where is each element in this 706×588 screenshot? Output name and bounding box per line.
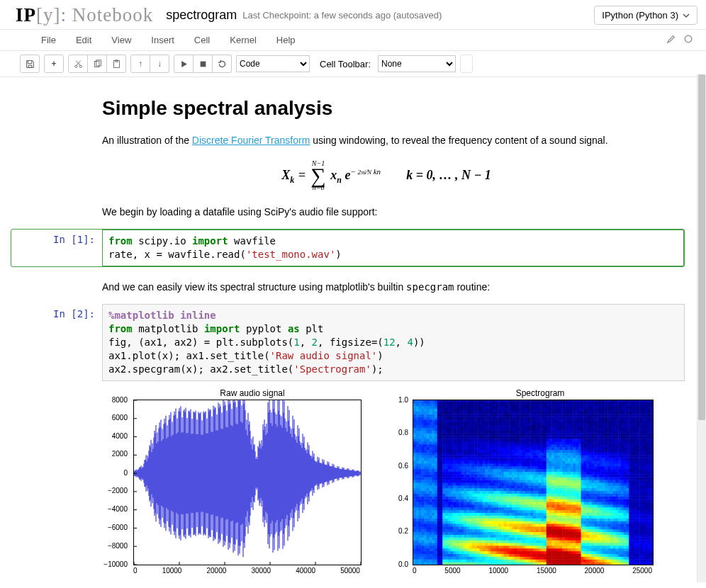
svg-rect-376 [413,474,416,477]
paste-button[interactable] [107,55,126,73]
svg-rect-4292 [586,430,589,433]
notebook-title[interactable]: spectrogram [166,8,237,23]
kernel-selector[interactable]: IPython (Python 3) [594,6,697,25]
svg-rect-3308 [544,496,547,499]
svg-rect-3848 [568,496,571,499]
svg-rect-5255 [629,422,632,425]
svg-rect-5627 [647,553,650,556]
move-down-button[interactable]: ↓ [150,55,169,73]
svg-rect-4647 [603,444,605,447]
svg-rect-5215 [629,531,632,534]
svg-rect-3276 [541,419,544,422]
svg-rect-2595 [512,477,515,480]
svg-rect-1956 [483,419,486,422]
svg-rect-949 [440,548,443,551]
svg-rect-3629 [557,439,560,441]
svg-rect-1939 [483,466,486,469]
svg-rect-4862 [613,512,616,515]
svg-rect-3176 [539,528,542,531]
svg-rect-3144 [536,452,539,455]
svg-rect-5720 [650,463,653,466]
svg-rect-1874 [480,480,483,482]
vertical-scrollbar[interactable] [697,74,706,582]
svg-rect-4243 [583,400,586,403]
svg-rect-673 [427,482,430,485]
svg-rect-4256 [586,528,589,531]
svg-rect-3444 [549,452,552,455]
markdown-cell-1[interactable]: Simple spectral analysis An illustration… [102,94,671,219]
svg-rect-2383 [501,400,504,403]
svg-rect-3204 [539,452,542,455]
run-button[interactable] [174,55,194,73]
svg-rect-4814 [610,480,613,482]
markdown-cell-2[interactable]: And we can easily view its spectral stru… [102,280,671,294]
svg-rect-3717 [562,526,565,529]
menu-file[interactable]: File [41,35,56,45]
svg-rect-5732 [650,430,653,433]
svg-rect-371 [413,487,416,490]
svg-rect-820 [432,408,435,411]
menu-help[interactable]: Help [276,35,296,45]
code-area-2[interactable]: %matplotlib inline from matplotlib impor… [102,304,685,380]
svg-rect-2270 [498,545,501,548]
svg-rect-4775 [607,422,610,425]
svg-rect-3959 [573,521,576,524]
notebook-body[interactable]: Simple spectral analysis An illustration… [0,74,696,588]
svg-rect-3657 [560,526,563,529]
svg-rect-1158 [448,468,451,471]
svg-rect-2657 [515,471,517,474]
edit-icon[interactable] [666,34,676,46]
svg-rect-3928 [571,441,573,444]
svg-rect-1685 [472,504,475,507]
menu-kernel[interactable]: Kernel [230,35,257,45]
svg-rect-639 [424,411,427,414]
svg-rect-1141 [448,515,451,518]
code-cell-2[interactable]: In [2]: %matplotlib inline from matplotl… [11,304,685,380]
restart-button[interactable] [213,55,232,73]
save-button[interactable] [20,55,40,73]
code-area-1[interactable]: from scipy.io import wavfile rate, x = w… [102,230,684,266]
move-up-button[interactable]: ↑ [130,55,150,73]
svg-rect-2130 [491,436,493,439]
svg-rect-3480 [551,518,554,521]
interrupt-button[interactable] [194,55,213,73]
svg-rect-1003 [440,400,443,403]
copy-button[interactable] [88,55,107,73]
svg-rect-481 [419,515,422,518]
scrollbar-thumb[interactable] [698,74,705,420]
svg-rect-909 [437,493,440,496]
blank-button[interactable] [460,55,473,73]
svg-rect-2896 [525,474,528,477]
svg-rect-4143 [581,509,584,512]
svg-rect-954 [440,534,443,537]
svg-rect-3429 [549,493,552,496]
svg-rect-5606 [645,446,648,449]
menu-cell[interactable]: Cell [194,35,210,45]
svg-rect-3716 [562,528,565,531]
svg-rect-4039 [576,466,578,469]
dft-link[interactable]: Discrete Fourier Transform [192,135,310,146]
celltype-select[interactable]: Code [236,55,310,72]
svg-rect-355 [413,531,416,534]
svg-rect-4500 [597,518,600,521]
svg-rect-4688 [605,496,607,499]
menu-edit[interactable]: Edit [76,35,91,45]
svg-rect-733 [430,482,432,485]
menu-insert[interactable]: Insert [151,35,174,45]
insert-cell-button[interactable]: + [44,55,64,73]
svg-rect-1271 [453,487,456,490]
menu-view[interactable]: View [111,35,131,45]
svg-rect-1005 [442,559,445,562]
svg-rect-2261 [495,405,498,408]
svg-rect-1132 [448,540,451,543]
svg-rect-1940 [483,463,486,466]
svg-rect-528 [421,550,424,553]
code-cell-1[interactable]: In [1]: from scipy.io import wavfile rat… [11,229,685,267]
svg-rect-3922 [571,458,573,460]
svg-rect-4514 [597,480,600,482]
celltoolbar-select[interactable]: None [378,55,456,72]
svg-rect-3419 [549,521,552,524]
svg-rect-400 [413,408,416,411]
cut-button[interactable] [68,55,88,73]
svg-rect-1400 [459,463,461,466]
